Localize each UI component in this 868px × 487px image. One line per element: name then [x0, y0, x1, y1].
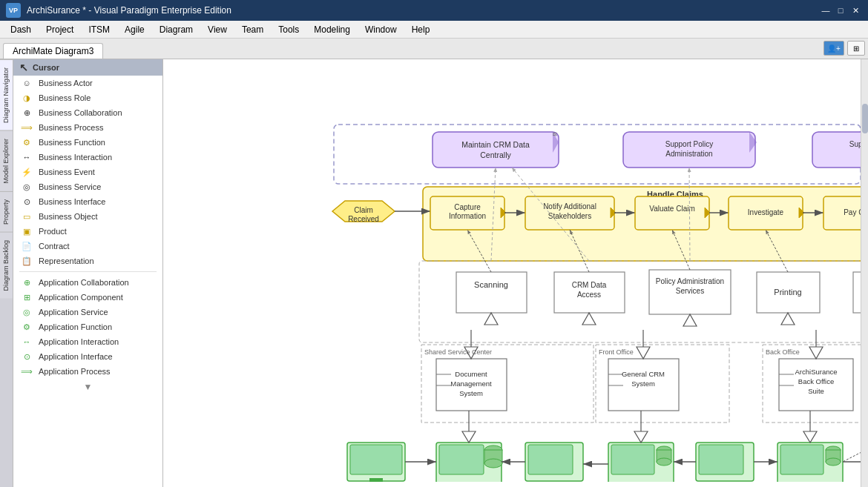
- sidebar-item-business-actor[interactable]: ☺ Business Actor: [13, 76, 162, 90]
- svg-rect-0: [334, 125, 861, 184]
- business-role-icon: ◑: [19, 93, 34, 103]
- svg-text:Shared Service Center: Shared Service Center: [424, 348, 492, 356]
- cursor-arrow-icon: ↖: [19, 62, 28, 73]
- business-interaction-icon: ↔: [19, 152, 34, 162]
- sidebar-item-business-role[interactable]: ◑ Business Role: [13, 90, 162, 105]
- business-collab-icon: ⊕: [19, 107, 34, 118]
- menu-team[interactable]: Team: [234, 23, 271, 36]
- sidebar-item-business-event[interactable]: ⚡ Business Event: [13, 165, 162, 179]
- svg-text:Access: Access: [577, 291, 601, 299]
- app-service-icon: ◎: [19, 307, 34, 317]
- scroll-down-sidebar[interactable]: ▼: [13, 379, 162, 395]
- svg-marker-110: [462, 431, 476, 443]
- menu-agile[interactable]: Agile: [117, 23, 152, 36]
- menu-help[interactable]: Help: [404, 23, 438, 36]
- tabbar: ArchiMate Diagram3 👤+ ⊞: [0, 39, 868, 59]
- svg-rect-43: [456, 272, 527, 313]
- menu-modeling[interactable]: Modeling: [306, 23, 358, 36]
- sidebar-item-business-function[interactable]: ⚙ Business Function: [13, 135, 162, 150]
- app-component-icon: ⊞: [19, 292, 34, 302]
- svg-text:Back Office: Back Office: [798, 377, 834, 385]
- app-function-icon: ⚙: [19, 322, 34, 332]
- menu-itsm[interactable]: ITSM: [81, 23, 117, 36]
- main-area: Diagram Navigator Model Explorer Propert…: [0, 59, 868, 487]
- svg-rect-103: [439, 445, 484, 474]
- app-logo: VP: [6, 3, 21, 18]
- tab-action-share[interactable]: 👤+: [823, 41, 844, 56]
- svg-text:Back Office: Back Office: [766, 348, 800, 356]
- sidebar-item-business-process[interactable]: ⟹ Business Process: [13, 120, 162, 135]
- menu-window[interactable]: Window: [358, 23, 404, 36]
- svg-rect-130: [699, 445, 743, 474]
- sidebar-wrapper: Diagram Navigator Model Explorer Propert…: [0, 59, 163, 487]
- app-collab-icon: ⊕: [19, 277, 34, 288]
- diagram-canvas[interactable]: Maintain CRM Data Centrally ≋ Support Po…: [163, 59, 861, 487]
- svg-text:Maintain CRM Data: Maintain CRM Data: [461, 140, 530, 149]
- vtab-property[interactable]: Property: [0, 191, 13, 232]
- sidebar-item-product[interactable]: ▣ Product: [13, 224, 162, 239]
- menu-diagram[interactable]: Diagram: [152, 23, 200, 36]
- sidebar-item-business-collaboration[interactable]: ⊕ Business Collaboration: [13, 105, 162, 120]
- svg-text:Received: Received: [348, 215, 379, 223]
- app-interaction-icon: ↔: [19, 337, 34, 347]
- cursor-item[interactable]: ↖ Cursor: [13, 59, 162, 76]
- sidebar-item-app-component[interactable]: ⊞ Application Component: [13, 290, 162, 305]
- sidebar-item-app-interaction[interactable]: ↔ Application Interaction: [13, 334, 162, 349]
- sidebar-item-contract[interactable]: 📄 Contract: [13, 239, 162, 254]
- svg-text:Services: Services: [676, 287, 704, 295]
- menu-project[interactable]: Project: [39, 23, 81, 36]
- business-object-icon: ▭: [19, 211, 34, 222]
- close-button[interactable]: ✕: [849, 4, 862, 16]
- svg-text:System: System: [459, 389, 483, 397]
- sidebar-item-business-service[interactable]: ◎ Business Service: [13, 179, 162, 194]
- sidebar-item-business-object[interactable]: ▭ Business Object: [13, 209, 162, 224]
- cursor-label: Cursor: [33, 63, 59, 72]
- vtab-diagram-navigator[interactable]: Diagram Navigator: [0, 59, 13, 130]
- win-controls[interactable]: — □ ✕: [819, 4, 862, 16]
- svg-text:Suite: Suite: [808, 387, 824, 395]
- svg-text:Management: Management: [450, 380, 492, 388]
- sidebar-content: ↖ Cursor ☺ Business Actor ◑ Business Rol…: [13, 59, 162, 487]
- svg-text:Centrally: Centrally: [480, 150, 511, 159]
- svg-text:Scanning: Scanning: [474, 280, 508, 289]
- minimize-button[interactable]: —: [819, 4, 832, 16]
- vtab-model-explorer[interactable]: Model Explorer: [0, 130, 13, 191]
- svg-rect-97: [369, 478, 383, 482]
- business-function-icon: ⚙: [19, 137, 34, 148]
- right-scrollbar[interactable]: [861, 59, 868, 487]
- diagram-svg: Maintain CRM Data Centrally ≋ Support Po…: [163, 59, 861, 482]
- sidebar-item-app-process[interactable]: ⟹ Application Process: [13, 364, 162, 379]
- svg-marker-49: [582, 313, 596, 325]
- tab-action-layout[interactable]: ⊞: [847, 41, 865, 56]
- svg-text:General CRM: General CRM: [622, 370, 665, 378]
- menu-dash[interactable]: Dash: [3, 23, 39, 36]
- svg-rect-10: [812, 132, 861, 168]
- svg-text:Printing: Printing: [774, 288, 801, 296]
- tab-archimate3[interactable]: ArchiMate Diagram3: [3, 43, 103, 59]
- sidebar-item-representation[interactable]: 📋 Representation: [13, 254, 162, 268]
- svg-rect-31: [635, 196, 709, 230]
- sidebar-item-app-interface[interactable]: ⊙ Application Interface: [13, 349, 162, 364]
- product-icon: ▣: [19, 226, 34, 236]
- sidebar-item-business-interface[interactable]: ⊙ Business Interface: [13, 194, 162, 209]
- svg-marker-93: [809, 347, 823, 359]
- sidebar-item-business-interaction[interactable]: ↔ Business Interaction: [13, 150, 162, 165]
- business-service-icon: ◎: [19, 182, 34, 192]
- titlebar: VP ArchiSurance * - Visual Paradigm Ente…: [0, 0, 868, 21]
- sidebar-item-app-service[interactable]: ◎ Application Service: [13, 305, 162, 319]
- maximize-button[interactable]: □: [834, 4, 847, 16]
- sidebar-item-app-function[interactable]: ⚙ Application Function: [13, 319, 162, 334]
- menubar: Dash Project ITSM Agile Diagram View Tea…: [0, 21, 868, 39]
- svg-marker-53: [683, 314, 697, 326]
- vtab-diagram-backlog[interactable]: Diagram Backlog: [0, 232, 13, 299]
- sidebar-item-app-collaboration[interactable]: ⊕ Application Collaboration: [13, 275, 162, 290]
- svg-marker-126: [634, 431, 648, 443]
- svg-text:Claim: Claim: [354, 206, 373, 214]
- svg-text:Support Policy: Support Policy: [665, 140, 713, 148]
- svg-rect-96: [350, 445, 402, 474]
- svg-text:Notify Additional: Notify Additional: [543, 202, 596, 211]
- svg-text:Policy Administration: Policy Administration: [656, 277, 724, 285]
- window-title: ArchiSurance * - Visual Paradigm Enterpr…: [27, 5, 231, 16]
- menu-tools[interactable]: Tools: [271, 23, 306, 36]
- menu-view[interactable]: View: [200, 23, 234, 36]
